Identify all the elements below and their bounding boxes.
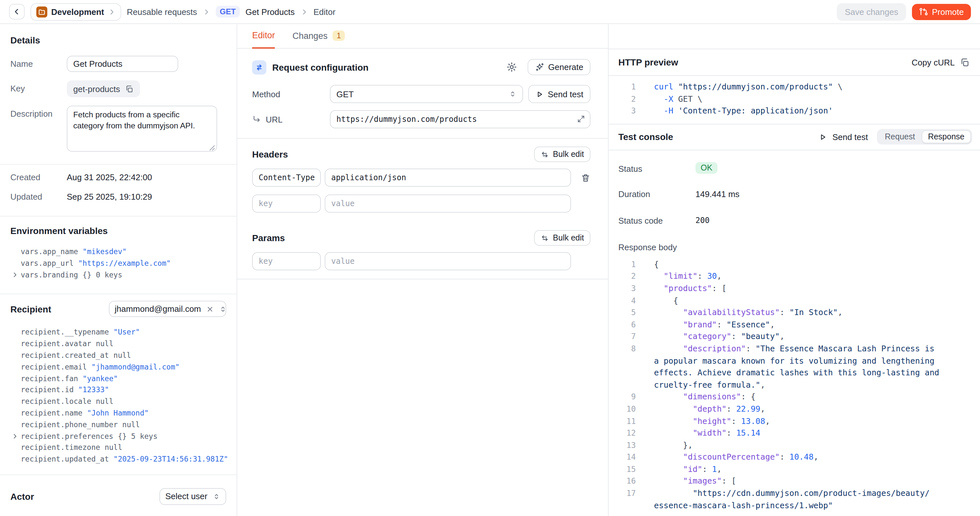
recipient-select[interactable]: jhammond@gmail.com xyxy=(109,301,226,317)
changes-count-badge: 1 xyxy=(333,30,345,41)
segment-response[interactable]: Response xyxy=(921,131,971,143)
line-number: 2 xyxy=(609,271,654,283)
console-send-test-label: Send test xyxy=(832,132,868,142)
response-code-line: effects. Achieve dramatic lashes with th… xyxy=(609,367,977,379)
name-field-row: Name xyxy=(10,56,226,72)
response-body-code: 1{2 "limit": 30,3 "products": [4 {5 "ava… xyxy=(609,259,980,516)
line-number xyxy=(609,355,654,367)
recipient-field-value: "jhammond@gmail.com" xyxy=(91,363,180,371)
expand-icon[interactable] xyxy=(577,115,585,123)
code-text: "width": 15.14 xyxy=(654,427,977,439)
tab-changes[interactable]: Changes 1 xyxy=(293,30,345,48)
method-select[interactable]: GET xyxy=(330,85,523,103)
response-code-line: 10 "depth": 22.99, xyxy=(609,403,977,415)
copy-curl-label: Copy cURL xyxy=(912,57,955,67)
code-text: { xyxy=(654,259,977,271)
breadcrumb-reusable-requests[interactable]: Reusable requests xyxy=(127,7,197,16)
segment-request[interactable]: Request xyxy=(878,131,921,143)
copy-icon[interactable] xyxy=(126,84,134,93)
code-text: "products": [ xyxy=(654,283,977,295)
line-number: 9 xyxy=(609,391,654,403)
expand-chevron-icon[interactable] xyxy=(12,433,18,439)
project-folder-icon xyxy=(36,6,47,17)
console-send-test-button[interactable]: Send test xyxy=(819,132,868,142)
response-code-line: 7 "category": "beauty", xyxy=(609,331,977,343)
headers-heading: Headers xyxy=(252,149,288,159)
test-console-heading: Test console xyxy=(618,132,673,142)
header-key-input[interactable] xyxy=(252,169,321,187)
params-bulk-edit-button[interactable]: Bulk edit xyxy=(534,230,590,246)
generate-button[interactable]: Generate xyxy=(528,59,590,75)
chevron-up-down-icon xyxy=(509,90,517,98)
copy-curl-button[interactable]: Copy cURL xyxy=(912,57,970,67)
response-code-line: 9 "dimensions": { xyxy=(609,391,977,403)
actor-placeholder: Select user xyxy=(165,492,207,502)
chevron-right-icon xyxy=(203,8,210,15)
key-label: Key xyxy=(10,80,67,97)
project-switcher[interactable]: Development xyxy=(30,3,121,21)
recipient-heading: Recipient xyxy=(10,304,51,314)
header-value-input[interactable] xyxy=(325,169,571,187)
code-text: "category": "beauty", xyxy=(654,331,977,343)
back-button[interactable] xyxy=(9,4,25,19)
updated-label: Updated xyxy=(10,192,67,202)
tab-editor-label: Editor xyxy=(252,30,275,40)
method-row: Method GET Send test xyxy=(252,85,590,103)
settings-gear-icon[interactable] xyxy=(506,62,517,73)
actor-select[interactable]: Select user xyxy=(159,488,226,505)
method-badge: GET xyxy=(216,6,240,18)
code-text: curl "https://dummyjson.com/products" \ xyxy=(654,81,977,93)
resize-handle-icon[interactable] xyxy=(209,145,215,151)
status-badge: OK xyxy=(695,162,718,174)
recipient-field-row: recipient.fan"yankee" xyxy=(10,373,226,385)
recipient-section: Recipient jhammond@gmail.com recipient._… xyxy=(0,295,237,475)
description-textarea[interactable]: Fetch products from a specific category … xyxy=(67,106,217,152)
env-var-key: vars.branding xyxy=(21,271,78,279)
method-value: GET xyxy=(336,89,509,99)
response-code-line: a popular mascara known for its volumizi… xyxy=(609,355,977,367)
recipient-field-key: recipient.id xyxy=(21,386,73,395)
save-changes-button[interactable]: Save changes xyxy=(837,3,906,21)
tab-editor[interactable]: Editor xyxy=(252,30,275,49)
generate-label: Generate xyxy=(548,62,583,72)
corner-down-right-icon xyxy=(252,115,261,124)
param-value-input[interactable] xyxy=(325,252,571,270)
env-var-row: vars.branding{} 0 keys xyxy=(10,269,226,281)
code-text: "availabilityStatus": "In Stock", xyxy=(654,307,977,319)
headers-bulk-edit-button[interactable]: Bulk edit xyxy=(534,147,590,162)
code-text: "limit": 30, xyxy=(654,271,977,283)
response-code-line: 11 "height": 13.08, xyxy=(609,415,977,427)
name-input[interactable] xyxy=(67,56,178,72)
recipient-field-value: null xyxy=(96,340,113,348)
header-value-input[interactable] xyxy=(325,194,571,213)
updated-row: Updated Sep 25 2025, 19:10:29 xyxy=(10,192,226,202)
param-key-input[interactable] xyxy=(252,252,321,270)
recipient-field-key: recipient.preferences xyxy=(21,432,113,441)
response-code-line: essence-mascara-lash-princess/1.webp" xyxy=(609,500,977,511)
response-code-line: 2 "limit": 30, xyxy=(609,271,977,283)
recipient-field-key: recipient.locale xyxy=(21,397,91,406)
send-test-button[interactable]: Send test xyxy=(528,85,590,103)
breadcrumb-request-name[interactable]: Get Products xyxy=(245,7,294,16)
recipient-field-value: {} 5 keys xyxy=(118,432,158,441)
line-number: 15 xyxy=(609,463,654,476)
clear-icon[interactable] xyxy=(206,305,214,313)
delete-header-button[interactable] xyxy=(581,173,590,183)
url-input[interactable] xyxy=(330,110,590,128)
duration-value: 149.441 ms xyxy=(695,189,740,199)
actor-heading: Actor xyxy=(10,491,34,502)
recipient-field-key: recipient.fan xyxy=(21,374,78,383)
env-var-key: vars.app_name xyxy=(21,248,78,256)
recipient-field-value: null xyxy=(105,444,122,452)
code-text: }, xyxy=(654,439,977,451)
header-key-input[interactable] xyxy=(252,194,321,213)
expand-chevron-icon[interactable] xyxy=(12,271,18,278)
recipient-field-row: recipient.__typename"User" xyxy=(10,327,226,339)
line-number: 8 xyxy=(609,343,654,355)
bulk-edit-arrows-icon xyxy=(541,150,549,159)
preview-panel-spacer xyxy=(609,24,980,49)
recipient-field-row: recipient.name"John Hammond" xyxy=(10,408,226,419)
line-number: 6 xyxy=(609,319,654,331)
curl-code-line: 3 -H 'Content-Type: application/json' xyxy=(609,105,977,117)
promote-button[interactable]: Promote xyxy=(912,3,971,20)
